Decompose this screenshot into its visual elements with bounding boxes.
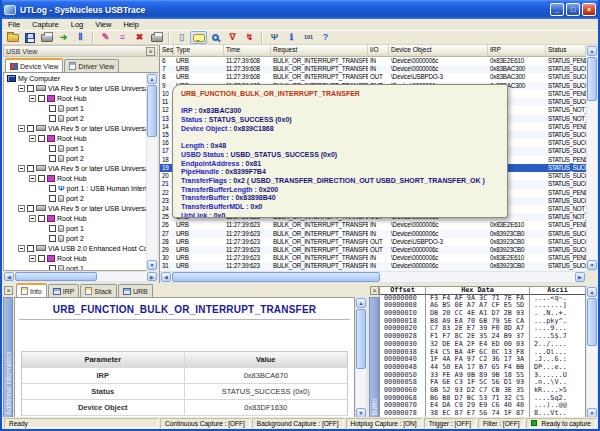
scroll-right-icon[interactable]: ▶ xyxy=(147,272,157,281)
column-header-seq[interactable]: Seq xyxy=(160,45,174,57)
column-header-deviceobject[interactable]: Device Object xyxy=(389,45,488,57)
usb-view-close-icon[interactable]: × xyxy=(146,47,155,56)
tree-item[interactable]: VIA Rev 5 or later USB Universal Host C xyxy=(4,83,157,93)
menu-help[interactable]: Help xyxy=(117,19,144,30)
log-options-icon[interactable]: ≡ xyxy=(114,31,131,44)
expand-minus-icon[interactable] xyxy=(29,95,36,102)
print-log-icon[interactable] xyxy=(148,31,165,44)
log-row[interactable]: 6URB11:27:39:608BULK_OR_INTERRUPT_TRANSF… xyxy=(160,57,586,65)
device-checkbox[interactable] xyxy=(38,95,45,102)
device-checkbox[interactable] xyxy=(49,195,56,202)
log-row[interactable]: 31URB11:27:39:623BULK_OR_INTERRUPT_TRANS… xyxy=(160,262,586,270)
expand-minus-icon[interactable] xyxy=(29,135,36,142)
info-vscroll-thumb[interactable] xyxy=(356,309,366,369)
device-checkbox[interactable] xyxy=(49,185,56,192)
column-header-irp[interactable]: IRP xyxy=(488,45,546,57)
menu-log[interactable]: Log xyxy=(65,19,90,30)
log-row[interactable]: 26URB11:27:39:623BULK_OR_INTERRUPT_TRANS… xyxy=(160,221,586,229)
report-icon[interactable]: ▯ xyxy=(173,31,190,44)
tree-item[interactable]: Root Hub xyxy=(4,213,157,223)
device-checkbox[interactable] xyxy=(49,235,56,242)
tree-item[interactable]: Root Hub xyxy=(4,93,157,103)
expand-minus-icon[interactable] xyxy=(29,215,36,222)
menu-file[interactable]: File xyxy=(2,19,26,30)
maximize-button[interactable]: □ xyxy=(566,3,580,16)
menu-view[interactable]: View xyxy=(89,19,117,30)
trigger-icon[interactable]: ↯ xyxy=(241,31,258,44)
info-icon[interactable]: ℹ xyxy=(283,31,300,44)
tab-device-view[interactable]: Device View xyxy=(5,58,63,72)
scroll-left-icon[interactable]: ◀ xyxy=(161,272,171,282)
start-capture-icon[interactable]: ➔ xyxy=(55,31,72,44)
column-header-status[interactable]: Status xyxy=(546,45,586,57)
log-row[interactable]: 27URB11:27:39:623BULK_OR_INTERRUPT_TRANS… xyxy=(160,230,586,238)
tree-item[interactable]: port 1 xyxy=(4,263,157,271)
scroll-up-icon[interactable]: ▲ xyxy=(587,46,597,56)
column-header-request[interactable]: Request xyxy=(271,45,368,57)
tree-item[interactable]: port 2 xyxy=(4,233,157,243)
log-vscroll-thumb[interactable] xyxy=(587,57,597,101)
tree-item[interactable]: port 1 xyxy=(4,103,157,113)
expand-minus-icon[interactable] xyxy=(18,245,25,252)
tree-item[interactable]: Root Hub xyxy=(4,133,157,143)
raw-data-icon[interactable]: 101 xyxy=(300,31,317,44)
device-checkbox[interactable] xyxy=(49,115,56,122)
tree-item[interactable]: port 1 xyxy=(4,143,157,153)
tooltip-toggle-icon[interactable] xyxy=(190,31,207,44)
expand-minus-icon[interactable] xyxy=(18,85,25,92)
expand-minus-icon[interactable] xyxy=(18,165,25,172)
scroll-up-icon[interactable]: ▲ xyxy=(147,74,157,84)
log-vertical-scrollbar[interactable]: ▲ ▼ xyxy=(586,45,598,271)
menu-capture[interactable]: Capture xyxy=(26,19,65,30)
buffer-vscroll-thumb[interactable] xyxy=(587,298,597,346)
tab-urb[interactable]: URB xyxy=(118,284,153,297)
scroll-up-icon[interactable]: ▲ xyxy=(356,298,366,308)
tree-horizontal-scrollbar[interactable]: ◀ ▶ xyxy=(3,271,158,282)
buffer-panel-close-icon[interactable]: × xyxy=(370,286,379,295)
usb-device-icon[interactable]: Ψ xyxy=(266,31,283,44)
log-row[interactable]: 7URB11:27:39:608BULK_OR_INTERRUPT_TRANSF… xyxy=(160,65,586,73)
device-checkbox[interactable] xyxy=(27,125,34,132)
tree-hscroll-thumb[interactable] xyxy=(15,272,97,281)
expand-minus-icon[interactable] xyxy=(29,175,36,182)
save-log-icon[interactable] xyxy=(21,31,38,44)
tree-item[interactable]: VIA Rev 5 or later USB Universal Host C xyxy=(4,123,157,133)
log-row[interactable]: 28URB11:27:39:623BULK_OR_INTERRUPT_TRANS… xyxy=(160,238,586,246)
scroll-up-icon[interactable]: ▲ xyxy=(587,287,597,297)
device-checkbox[interactable] xyxy=(38,135,45,142)
find-icon[interactable] xyxy=(207,31,224,44)
tree-item[interactable]: My Computer xyxy=(4,73,157,83)
column-header-type[interactable]: Type xyxy=(174,45,224,57)
device-checkbox[interactable] xyxy=(27,205,34,212)
device-checkbox[interactable] xyxy=(38,215,45,222)
expand-minus-icon[interactable] xyxy=(18,125,25,132)
scroll-right-icon[interactable]: ▶ xyxy=(575,272,585,282)
tab-driver-view[interactable]: Driver View xyxy=(64,59,119,72)
scroll-left-icon[interactable]: ◀ xyxy=(4,272,14,281)
expand-minus-icon[interactable] xyxy=(29,255,36,262)
pause-capture-icon[interactable]: Ⅱ xyxy=(72,31,89,44)
device-checkbox[interactable] xyxy=(49,105,56,112)
tree-item[interactable]: VIA Rev 5 or later USB Universal Host C xyxy=(4,203,157,213)
tree-item[interactable]: port 2 xyxy=(4,153,157,163)
tree-item[interactable]: port 2 xyxy=(4,193,157,203)
tree-vscroll-thumb[interactable] xyxy=(147,85,157,137)
delete-log-icon[interactable]: ✖ xyxy=(131,31,148,44)
column-header-io[interactable]: I/O xyxy=(368,45,389,57)
tree-item[interactable]: VIA Rev 5 or later USB Universal Host C xyxy=(4,163,157,173)
log-row[interactable]: 30URB11:27:39:623BULK_OR_INTERRUPT_TRANS… xyxy=(160,254,586,262)
tab-info[interactable]: Info xyxy=(16,283,47,297)
device-checkbox[interactable] xyxy=(49,155,56,162)
info-panel-close-icon[interactable]: × xyxy=(4,286,13,295)
help-icon[interactable]: ? xyxy=(317,31,334,44)
device-checkbox[interactable] xyxy=(27,165,34,172)
export-log-icon[interactable] xyxy=(38,31,55,44)
tree-item[interactable]: Root Hub xyxy=(4,173,157,183)
log-row[interactable]: 29URB11:27:39:623BULK_OR_INTERRUPT_TRANS… xyxy=(160,246,586,254)
log-horizontal-scrollbar[interactable]: ◀ ▶ xyxy=(160,271,586,283)
open-log-icon[interactable] xyxy=(4,31,21,44)
expand-minus-icon[interactable] xyxy=(18,205,25,212)
tab-irp[interactable]: IRP xyxy=(48,284,80,297)
close-button[interactable]: × xyxy=(582,3,596,16)
column-header-time[interactable]: Time xyxy=(224,45,271,57)
